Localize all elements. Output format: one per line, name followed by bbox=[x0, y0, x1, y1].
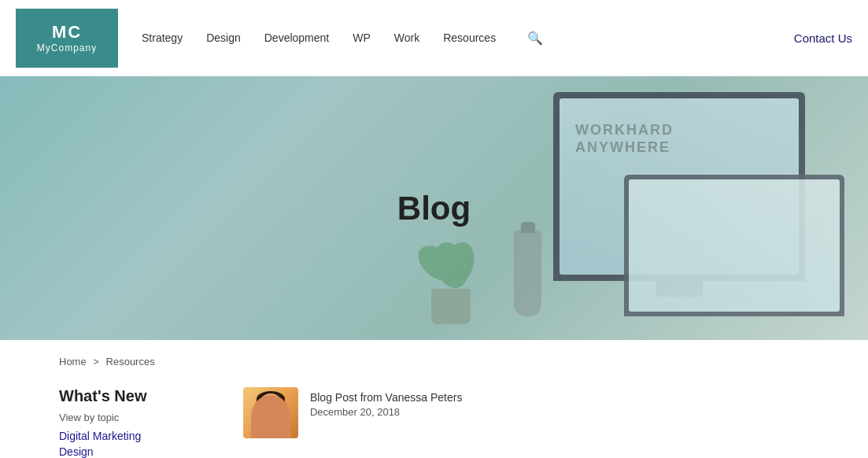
bottle-cap bbox=[521, 222, 535, 233]
whats-new-title: What's New bbox=[59, 387, 216, 405]
nav-item-work[interactable]: Work bbox=[394, 31, 419, 44]
search-icon[interactable]: 🔍 bbox=[527, 31, 543, 46]
logo-company-name: MyCompany bbox=[37, 42, 97, 54]
nav-item-resources[interactable]: Resources bbox=[443, 31, 496, 44]
author-avatar bbox=[243, 387, 298, 438]
bottle-decoration bbox=[514, 230, 541, 316]
breadcrumb-current: Resources bbox=[106, 356, 155, 368]
hero-title: Blog bbox=[397, 190, 471, 227]
plant-decoration bbox=[419, 222, 482, 324]
post-info: Blog Post from Vanessa Peters December 2… bbox=[310, 387, 463, 418]
sidebar: What's New View by topic Digital Marketi… bbox=[59, 387, 216, 458]
post-section: Blog Post from Vanessa Peters December 2… bbox=[243, 387, 462, 438]
logo-mc-text: MC bbox=[52, 22, 82, 42]
contact-us-link[interactable]: Contact Us bbox=[794, 31, 852, 45]
topic-design[interactable]: Design bbox=[59, 445, 216, 458]
plant-leaves bbox=[419, 226, 482, 297]
main-content: What's New View by topic Digital Marketi… bbox=[59, 387, 844, 458]
view-by-topic-label: View by topic bbox=[59, 412, 216, 423]
breadcrumb-separator: > bbox=[93, 356, 99, 368]
nav-item-development[interactable]: Development bbox=[264, 31, 330, 44]
nav-item-strategy[interactable]: Strategy bbox=[142, 31, 183, 44]
main-nav: Strategy Design Development WP Work Reso… bbox=[142, 31, 852, 46]
content-area: Home > Resources What's New View by topi… bbox=[0, 340, 868, 458]
laptop-decoration bbox=[624, 175, 844, 316]
hero-section: WORKHARDANYWHERE Blog bbox=[0, 76, 868, 340]
laptop-screen bbox=[629, 179, 840, 312]
post-author-label: Blog Post from Vanessa Peters bbox=[310, 391, 463, 404]
post-date-label: December 20, 2018 bbox=[310, 406, 463, 418]
site-logo[interactable]: MC MyCompany bbox=[16, 9, 118, 68]
avatar-face bbox=[251, 395, 290, 438]
topic-digital-marketing[interactable]: Digital Marketing bbox=[59, 430, 216, 442]
site-header: MC MyCompany Strategy Design Development… bbox=[0, 0, 868, 76]
nav-item-wp[interactable]: WP bbox=[353, 31, 371, 44]
breadcrumb: Home > Resources bbox=[59, 356, 844, 368]
monitor-text: WORKHARDANYWHERE bbox=[575, 122, 674, 156]
nav-item-design[interactable]: Design bbox=[206, 31, 241, 44]
breadcrumb-home[interactable]: Home bbox=[59, 356, 87, 368]
